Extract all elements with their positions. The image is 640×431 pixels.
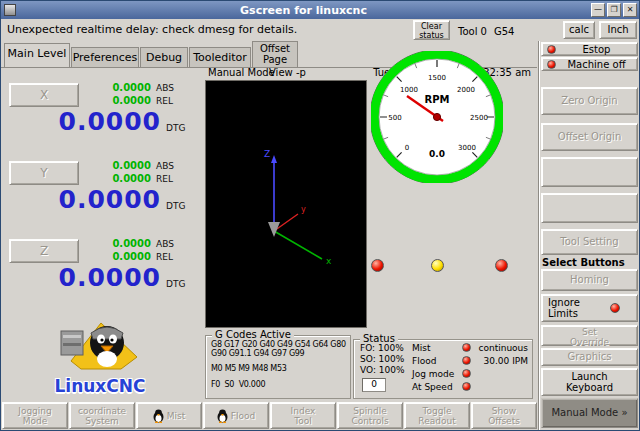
- svg-text:0: 0: [405, 144, 409, 152]
- z-rel-label: REL: [156, 252, 173, 262]
- y-dtg-value: 0.0000: [11, 185, 161, 214]
- jog-rate-value: 30.00 IPM: [474, 356, 528, 366]
- svg-text:3000: 3000: [458, 144, 476, 152]
- svg-text:x: x: [326, 256, 332, 266]
- coordinate-system-button[interactable]: coordinate System: [69, 402, 135, 429]
- tab-offset-page[interactable]: Offset Page: [252, 41, 298, 67]
- axis-z-button[interactable]: Z: [9, 239, 79, 263]
- svg-text:Z: Z: [264, 149, 270, 159]
- jog-mode-label: Jog mode: [412, 369, 454, 379]
- linuxcnc-logo: LinuxCNC: [41, 317, 159, 397]
- x-rel-label: REL: [156, 96, 173, 106]
- dro-axis-y: Y 0.0000 ABS 0.0000 REL 0.0000 DTG: [1, 157, 203, 233]
- tab-tooleditor[interactable]: Tooleditor: [189, 47, 251, 67]
- tool-label: Tool 0: [458, 26, 487, 37]
- tool-setting-button[interactable]: Tool Setting: [541, 229, 638, 255]
- y-rel-label: REL: [156, 174, 173, 184]
- titlebar[interactable]: Gscreen for linuxcnc — ❐ ✕: [1, 1, 639, 19]
- svg-text:y: y: [301, 205, 306, 214]
- app-window: Gscreen for linuxcnc — ❐ ✕ Unexpected re…: [0, 0, 640, 431]
- flood-button[interactable]: Flood: [203, 402, 269, 429]
- maximize-button[interactable]: ❐: [607, 3, 621, 17]
- z-dtg-value: 0.0000: [11, 263, 161, 292]
- coord-system-label: G54: [494, 26, 514, 37]
- set-override-button[interactable]: Set Override: [541, 325, 638, 346]
- estop-button[interactable]: Estop: [541, 42, 638, 56]
- svg-text:1000: 1000: [400, 86, 418, 94]
- blank-button-1[interactable]: [541, 157, 638, 187]
- gcodes-line1: G8 G17 G20 G40 G49 G54 G64 G80: [211, 340, 346, 349]
- zero-origin-button[interactable]: Zero Origin: [541, 87, 638, 115]
- index-tool-button[interactable]: Index Tool: [270, 402, 336, 429]
- launch-keyboard-button[interactable]: Launch Keyboard: [541, 368, 638, 396]
- feed-override: FO: 100%: [360, 343, 404, 353]
- jog-increment-value: continuous: [474, 343, 528, 353]
- dro-axis-x: X 0.0000 ABS 0.0000 REL 0.0000 DTG: [1, 79, 203, 155]
- homing-button[interactable]: Homing: [541, 269, 638, 291]
- close-button[interactable]: ✕: [623, 3, 637, 17]
- flood-label: Flood: [412, 356, 436, 366]
- tab-main-level[interactable]: Main Level: [4, 43, 70, 67]
- gcodes-line2: G90 G91.1 G94 G97 G99: [211, 349, 304, 358]
- at-speed-led: [462, 382, 471, 391]
- clear-status-button[interactable]: Clear status: [413, 20, 450, 40]
- tux-mist-icon: [153, 409, 164, 423]
- mist-label: Mist: [412, 343, 430, 353]
- at-speed-label: At Speed: [412, 382, 453, 392]
- y-abs-value: 0.0000: [89, 160, 151, 171]
- svg-text:2000: 2000: [457, 86, 475, 94]
- offset-origin-button[interactable]: Offset Origin: [541, 123, 638, 151]
- z-rel-value: 0.0000: [89, 251, 151, 262]
- gauge-label: RPM: [425, 94, 450, 105]
- rpm-gauge: 0 500 1000 1500 2000 2500 3000 RPM 0.0: [371, 51, 503, 183]
- show-offsets-button[interactable]: Show Offsets: [471, 402, 537, 429]
- fsv-line: F0 S0 V0.000: [211, 380, 265, 389]
- mcodes-line: M0 M5 M9 M48 M53: [211, 364, 287, 373]
- spindle-controls-button[interactable]: Spindle Controls: [337, 402, 403, 429]
- jog-mode-led: [462, 369, 471, 378]
- jogging-mode-button[interactable]: Jogging Mode: [2, 402, 68, 429]
- status-message: Unexpected realtime delay: check dmesg f…: [7, 23, 297, 36]
- override-spin-entry[interactable]: 0: [362, 378, 386, 392]
- status-frame: Status FO: 100% SO: 100% VO: 100% 0 Mist…: [353, 339, 533, 399]
- svg-text:500: 500: [388, 114, 401, 122]
- units-button[interactable]: Inch: [599, 21, 637, 39]
- mist-button[interactable]: Mist: [136, 402, 202, 429]
- window-title: Gscreen for linuxcnc: [16, 4, 591, 17]
- tab-preferences[interactable]: Preferences: [71, 47, 139, 67]
- graphics-button[interactable]: Graphics: [541, 348, 638, 366]
- gremlin-3d-view[interactable]: Z x y: [205, 80, 367, 328]
- blank-button-2[interactable]: [541, 193, 638, 223]
- svg-text:2500: 2500: [470, 114, 488, 122]
- axis-y-button[interactable]: Y: [9, 161, 79, 185]
- gcodes-frame: G Codes Active G8 G17 G20 G40 G49 G54 G6…: [205, 335, 351, 399]
- mist-led: [462, 343, 471, 352]
- tux-penguin-icon: [41, 317, 159, 373]
- x-abs-label: ABS: [156, 83, 174, 93]
- gauge-value: 0.0: [429, 149, 445, 159]
- z-abs-value: 0.0000: [89, 238, 151, 249]
- flood-led: [462, 356, 471, 365]
- select-buttons-label: Select Buttons: [542, 257, 639, 268]
- window-icon: [4, 4, 16, 16]
- z-dtg-label: DTG: [166, 279, 185, 289]
- y-abs-label: ABS: [156, 161, 174, 171]
- calc-button[interactable]: calc: [563, 21, 595, 39]
- minimize-button[interactable]: —: [591, 3, 605, 17]
- tab-debug[interactable]: Debug: [140, 47, 188, 67]
- machine-off-button[interactable]: Machine off: [541, 57, 638, 71]
- logo-text: LinuxCNC: [41, 376, 159, 396]
- y-rel-value: 0.0000: [89, 173, 151, 184]
- mode-cycle-button[interactable]: Manual Mode »: [541, 398, 638, 428]
- axis-x-button[interactable]: X: [9, 83, 79, 107]
- center-lamp-yellow: [431, 259, 444, 272]
- ignore-limits-led: [610, 303, 620, 313]
- machine-off-led: [547, 60, 556, 69]
- x-dtg-value: 0.0000: [11, 107, 161, 136]
- axes-origin-graphic: Z x y: [206, 81, 366, 327]
- velocity-override: VO: 100%: [360, 365, 405, 375]
- ignore-limits-button[interactable]: Ignore Limits: [541, 294, 638, 322]
- dro-axis-z: Z 0.0000 ABS 0.0000 REL 0.0000 DTG: [1, 235, 203, 311]
- toggle-readout-button[interactable]: Toggle Readout: [404, 402, 470, 429]
- tux-flood-icon: [217, 409, 228, 423]
